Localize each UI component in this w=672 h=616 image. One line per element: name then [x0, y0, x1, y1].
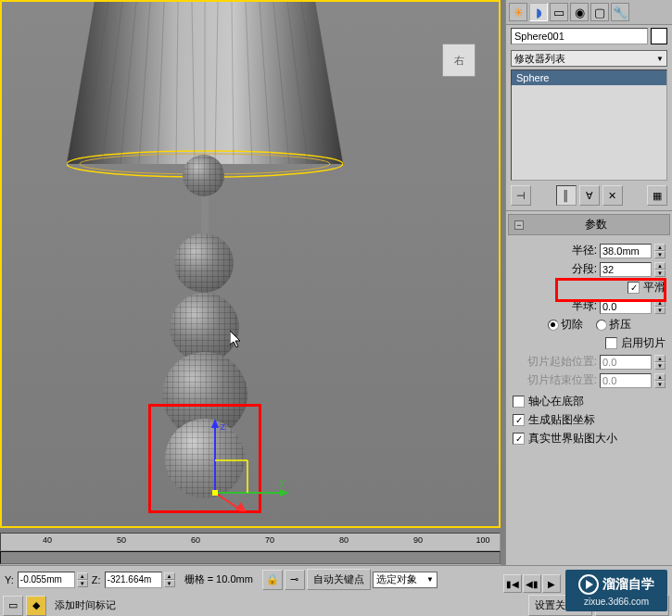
viewport[interactable]: z y 右: [0, 0, 501, 528]
squash-label: 挤压: [609, 317, 631, 333]
y-coord-input[interactable]: [18, 572, 75, 588]
grid-size-text: 栅格 = 10.0mm: [177, 572, 260, 586]
y-label: Y:: [3, 574, 16, 585]
ruler-tick: 90: [413, 535, 423, 545]
parameters-rollout: − 参数 半径: ▲▼ 分段: ▲▼ ✓ 平滑: [508, 214, 670, 454]
ruler-tick: 80: [339, 535, 349, 545]
watermark: 溜溜自学 zixue.3d66.com: [565, 570, 667, 611]
svg-rect-27: [212, 490, 218, 496]
prev-frame-button[interactable]: ◀▮: [523, 574, 541, 593]
z-spin-down[interactable]: ▼: [164, 580, 175, 587]
modifier-list-dropdown[interactable]: 修改器列表 ▼: [511, 50, 667, 67]
sphere-1: [183, 155, 224, 196]
squash-radio[interactable]: [596, 320, 607, 331]
watermark-name: 溜溜自学: [602, 576, 654, 593]
rollout-title: 参数: [527, 217, 664, 233]
lamp-shade-mesh: [67, 2, 343, 180]
slice-to-spin-down: ▼: [654, 381, 666, 388]
ruler-tick: 50: [117, 535, 126, 545]
watermark-play-icon: [578, 574, 599, 595]
modifier-list-label: 修改器列表: [514, 52, 565, 66]
add-time-tag-label[interactable]: 添加时间标记: [49, 598, 121, 612]
key-button[interactable]: ⊸: [285, 570, 305, 590]
gen-mapping-checkbox[interactable]: ✓: [513, 414, 525, 426]
make-unique-button[interactable]: ∀: [579, 185, 600, 206]
mouse-cursor-icon: [230, 331, 245, 349]
z-spin-up[interactable]: ▲: [164, 572, 175, 580]
real-world-checkbox[interactable]: ✓: [513, 433, 525, 445]
radius-input[interactable]: [600, 244, 652, 258]
slice-from-label: 切片起始位置:: [527, 354, 597, 370]
viewcube[interactable]: 右: [442, 44, 475, 77]
radius-spin-down[interactable]: ▼: [654, 251, 666, 258]
watermark-url: zixue.3d66.com: [584, 597, 649, 607]
modifier-stack[interactable]: Sphere: [511, 69, 667, 181]
move-gizmo[interactable]: z y: [197, 419, 289, 511]
sphere-2: [174, 233, 234, 293]
configure-sets-button[interactable]: ▦: [647, 185, 667, 206]
display-tab-icon[interactable]: ▢: [590, 3, 609, 21]
lock-button[interactable]: 🔒: [262, 570, 283, 590]
viewport-canvas[interactable]: z y 右: [2, 2, 499, 526]
base-pivot-checkbox[interactable]: [513, 396, 525, 408]
motion-tab-icon[interactable]: ◉: [570, 3, 589, 21]
slice-from-input: [600, 355, 652, 370]
chevron-down-icon: ▼: [426, 575, 434, 584]
auto-key-button[interactable]: 自动关键点: [307, 569, 371, 590]
radius-spin-up[interactable]: ▲: [654, 244, 666, 251]
command-panel: ✳ ◗ ▭ ◉ ▢ 🔧 修改器列表 ▼ Sphere ⊣ ║ ∀ ✕ ▦ − 参…: [505, 0, 672, 616]
object-name-input[interactable]: [511, 28, 648, 44]
key-mode-dropdown[interactable]: 选定对象 ▼: [373, 572, 437, 588]
ruler-tick: 100: [475, 535, 489, 545]
timeline-ruler[interactable]: 40 50 60 70 80 90 100: [0, 533, 501, 551]
svg-marker-23: [280, 489, 289, 497]
chevron-down-icon: ▼: [656, 55, 664, 63]
stack-item-sphere[interactable]: Sphere: [512, 70, 666, 85]
hemisphere-spin-down[interactable]: ▼: [654, 307, 666, 314]
segments-spin-down[interactable]: ▼: [654, 270, 666, 277]
slice-on-label: 启用切片: [621, 335, 666, 351]
object-name-row: [506, 25, 672, 47]
timeline-scrollbar[interactable]: [0, 551, 501, 564]
y-spin-up[interactable]: ▲: [77, 572, 88, 580]
utilities-tab-icon[interactable]: 🔧: [611, 3, 629, 21]
radius-label: 半径:: [572, 243, 597, 258]
segments-label: 分段:: [572, 261, 597, 277]
z-label: Z:: [90, 574, 103, 585]
svg-text:y: y: [280, 477, 285, 487]
base-pivot-label: 轴心在底部: [528, 394, 584, 409]
rollout-header[interactable]: − 参数: [508, 214, 670, 235]
gen-mapping-label: 生成贴图坐标: [528, 412, 595, 428]
pin-stack-button[interactable]: ⊣: [511, 185, 531, 206]
object-color-swatch[interactable]: [651, 28, 667, 44]
chop-radio[interactable]: [548, 320, 559, 331]
ruler-tick: 60: [191, 535, 200, 545]
slice-to-spin-up: ▲: [654, 373, 666, 381]
slice-to-label: 切片结束位置:: [527, 372, 597, 388]
rollout-body: 半径: ▲▼ 分段: ▲▼ ✓ 平滑 半球: ▲▼: [508, 235, 670, 454]
play-button[interactable]: ▶: [542, 574, 561, 593]
viewcube-face-label: 右: [454, 54, 464, 68]
goto-start-button[interactable]: ▮◀: [503, 574, 522, 593]
y-spin-down[interactable]: ▼: [77, 580, 88, 587]
slice-on-checkbox[interactable]: [605, 337, 617, 349]
create-tab-icon[interactable]: ✳: [509, 3, 527, 21]
show-end-result-button[interactable]: ║: [556, 185, 577, 206]
playback-controls: ▮◀ ◀▮ ▶: [503, 574, 561, 593]
chop-label: 切除: [561, 317, 583, 333]
segments-spin-up[interactable]: ▲: [654, 262, 666, 270]
remove-modifier-button[interactable]: ✕: [602, 185, 623, 206]
script-button[interactable]: ▭: [3, 596, 23, 616]
command-panel-tabs: ✳ ◗ ▭ ◉ ▢ 🔧: [506, 0, 672, 25]
real-world-label: 真实世界贴图大小: [528, 431, 617, 446]
ruler-tick: 70: [265, 535, 274, 545]
z-coord-input[interactable]: [105, 572, 162, 588]
modify-tab-icon[interactable]: ◗: [529, 3, 548, 21]
timeline: 40 50 60 70 80 90 100: [0, 533, 501, 565]
segments-input[interactable]: [600, 262, 652, 277]
stack-toolbar: ⊣ ║ ∀ ✕ ▦: [506, 181, 672, 211]
tag-button[interactable]: ◆: [26, 596, 46, 616]
svg-marker-20: [211, 419, 219, 428]
hierarchy-tab-icon[interactable]: ▭: [550, 3, 568, 21]
ruler-tick: 40: [43, 535, 52, 545]
